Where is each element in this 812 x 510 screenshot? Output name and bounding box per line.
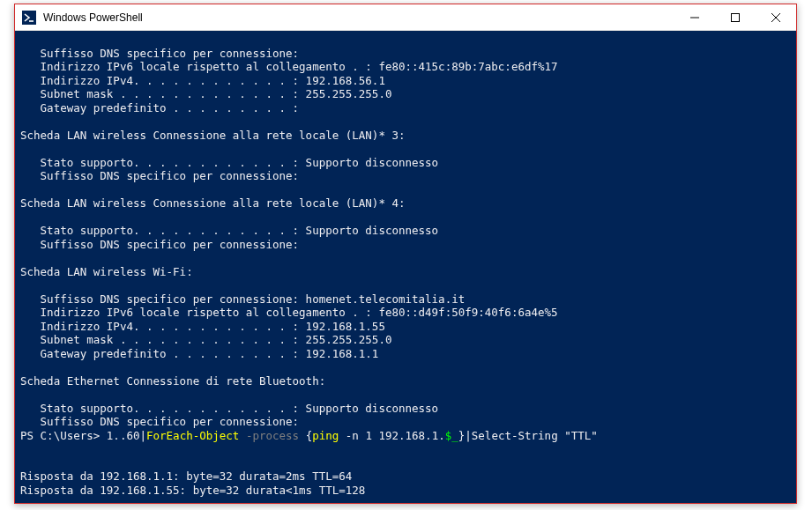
output-line: Suffisso DNS specifico per connessione: … [20, 292, 791, 307]
output-line [20, 278, 791, 292]
window-title: Windows PowerShell [43, 11, 674, 24]
output-line: Suffisso DNS specifico per connessione: [20, 47, 791, 61]
output-line [20, 115, 791, 129]
output-line: Indirizzo IPv4. . . . . . . . . . . . : … [20, 320, 791, 334]
close-icon [771, 13, 780, 22]
output-line: Stato supporto. . . . . . . . . . . . : … [20, 224, 791, 238]
output-line [20, 251, 791, 265]
command-line: PS C:\Users> 1..60|ForEach-Object -proce… [20, 429, 791, 443]
output-line: Suffisso DNS specifico per connessione: [20, 169, 791, 183]
output-line: Indirizzo IPv4. . . . . . . . . . . . : … [20, 74, 791, 88]
output-line [20, 497, 791, 503]
output-line: Scheda LAN wireless Connessione alla ret… [20, 196, 791, 211]
output-line: Gateway predefinito . . . . . . . . . : … [20, 347, 791, 361]
prompt: PS C:\Users> [20, 429, 107, 442]
powershell-window: Windows PowerShell Suffisso DNS specific… [14, 4, 797, 504]
titlebar[interactable]: Windows PowerShell [15, 4, 796, 31]
output-line: Subnet mask . . . . . . . . . . . . . : … [20, 333, 791, 347]
terminal-output[interactable]: Suffisso DNS specifico per connessione: … [15, 31, 796, 503]
output-line [20, 211, 791, 225]
svg-rect-3 [732, 13, 740, 21]
output-line [20, 142, 791, 156]
output-line: Scheda Ethernet Connessione di rete Blue… [20, 374, 791, 388]
close-button[interactable] [756, 4, 796, 30]
minimize-button[interactable] [674, 4, 715, 30]
output-line: Scheda LAN wireless Wi-Fi: [20, 265, 791, 279]
output-line: Stato supporto. . . . . . . . . . . . : … [20, 156, 791, 170]
window-controls [674, 4, 796, 30]
output-line: Indirizzo IPv6 locale rispetto al colleg… [20, 306, 791, 320]
output-line: Subnet mask . . . . . . . . . . . . . : … [20, 87, 791, 101]
output-line [20, 388, 791, 402]
output-line [20, 456, 791, 470]
powershell-icon [22, 11, 36, 25]
output-line: Gateway predefinito . . . . . . . . . : [20, 101, 791, 115]
maximize-button[interactable] [715, 4, 756, 30]
output-line: Stato supporto. . . . . . . . . . . . : … [20, 402, 791, 416]
output-line [20, 360, 791, 374]
output-line: Risposta da 192.168.1.1: byte=32 durata=… [20, 469, 791, 484]
output-line: Suffisso DNS specifico per connessione: [20, 238, 791, 252]
output-line: Suffisso DNS specifico per connessione: [20, 415, 791, 429]
minimize-icon [690, 13, 699, 22]
output-line: Scheda LAN wireless Connessione alla ret… [20, 129, 791, 143]
maximize-icon [731, 13, 740, 22]
output-line [20, 183, 791, 197]
output-line: Risposta da 192.168.1.55: byte=32 durata… [20, 484, 791, 498]
output-line: Indirizzo IPv6 locale rispetto al colleg… [20, 60, 791, 74]
